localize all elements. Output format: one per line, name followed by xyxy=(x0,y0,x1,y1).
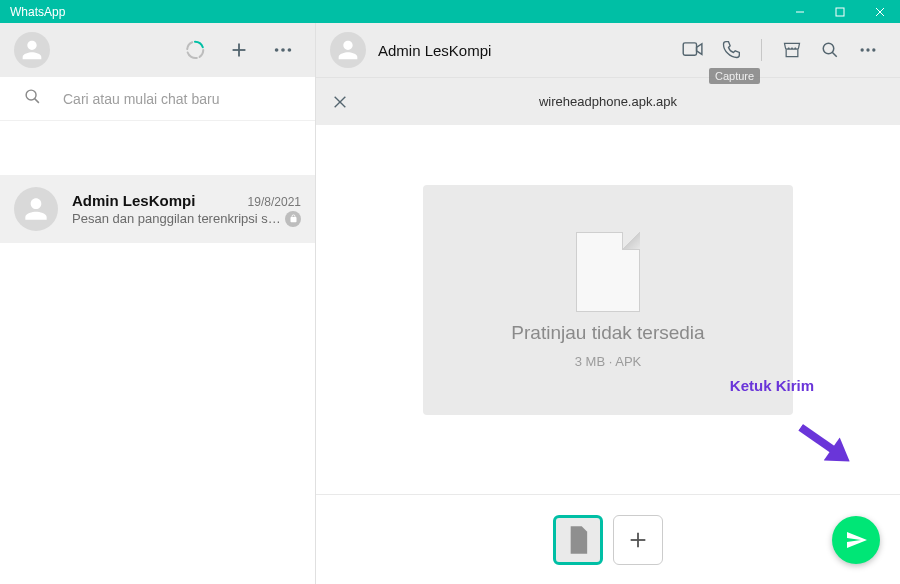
annotation-arrow-icon xyxy=(790,416,858,477)
video-call-icon[interactable] xyxy=(675,32,711,68)
svg-point-9 xyxy=(26,90,36,100)
attachment-filename: wireheadphone.apk.apk xyxy=(364,94,852,109)
sidebar-header xyxy=(0,23,315,77)
svg-point-8 xyxy=(288,48,292,52)
document-icon xyxy=(576,232,640,312)
search-bar xyxy=(0,77,315,121)
svg-rect-19 xyxy=(798,424,835,453)
search-input[interactable] xyxy=(63,91,291,107)
voice-call-icon[interactable] xyxy=(713,32,749,68)
chat-list: Admin LesKompi 19/8/2021 Pesan dan pangg… xyxy=(0,121,315,584)
annotation-label: Ketuk Kirim xyxy=(730,377,814,394)
chat-panel: Admin LesKompi Capture xyxy=(316,23,900,584)
send-button[interactable] xyxy=(832,516,880,564)
svg-point-15 xyxy=(866,48,869,51)
chat-list-item[interactable]: Admin LesKompi 19/8/2021 Pesan dan pangg… xyxy=(0,175,315,243)
svg-rect-11 xyxy=(683,43,696,55)
svg-rect-1 xyxy=(836,8,844,16)
chat-preview: Pesan dan panggilan terenkripsi secara .… xyxy=(72,211,281,226)
svg-line-10 xyxy=(35,99,39,103)
svg-point-14 xyxy=(861,48,864,51)
add-attachment-button[interactable] xyxy=(613,515,663,565)
preview-unavailable-label: Pratinjau tidak tersedia xyxy=(511,322,704,344)
new-chat-icon[interactable] xyxy=(221,32,257,68)
chat-contact-name: Admin LesKompi xyxy=(378,42,663,59)
app-title: WhatsApp xyxy=(10,5,65,19)
chat-menu-icon[interactable] xyxy=(850,32,886,68)
maximize-button[interactable] xyxy=(820,0,860,23)
sidebar: Admin LesKompi 19/8/2021 Pesan dan pangg… xyxy=(0,23,316,584)
chat-avatar-icon[interactable] xyxy=(330,32,366,68)
file-meta: 3 MB · APK xyxy=(575,354,641,369)
close-attachment-icon[interactable] xyxy=(332,94,348,110)
svg-line-13 xyxy=(832,52,837,57)
window-controls xyxy=(780,0,900,23)
svg-point-7 xyxy=(281,48,285,52)
menu-icon[interactable] xyxy=(265,32,301,68)
status-icon[interactable] xyxy=(177,32,213,68)
minimize-button[interactable] xyxy=(780,0,820,23)
attachment-thumbnail[interactable] xyxy=(553,515,603,565)
divider xyxy=(761,39,762,61)
contact-avatar-icon xyxy=(14,187,58,231)
search-in-chat-icon[interactable] xyxy=(812,32,848,68)
chat-date: 19/8/2021 xyxy=(248,195,301,209)
chat-header: Admin LesKompi Capture xyxy=(316,23,900,77)
titlebar: WhatsApp xyxy=(0,0,900,23)
svg-point-12 xyxy=(823,43,834,54)
self-avatar[interactable] xyxy=(14,32,50,68)
svg-point-16 xyxy=(872,48,875,51)
capture-tooltip: Capture xyxy=(709,68,760,84)
store-icon[interactable] xyxy=(774,32,810,68)
chat-name: Admin LesKompi xyxy=(72,192,195,209)
search-icon xyxy=(24,88,41,109)
svg-point-6 xyxy=(275,48,279,52)
close-button[interactable] xyxy=(860,0,900,23)
attachment-bar: wireheadphone.apk.apk xyxy=(316,77,900,125)
attachment-row xyxy=(316,494,900,584)
encryption-icon xyxy=(285,211,301,227)
preview-area: Pratinjau tidak tersedia 3 MB · APK Ketu… xyxy=(316,125,900,494)
